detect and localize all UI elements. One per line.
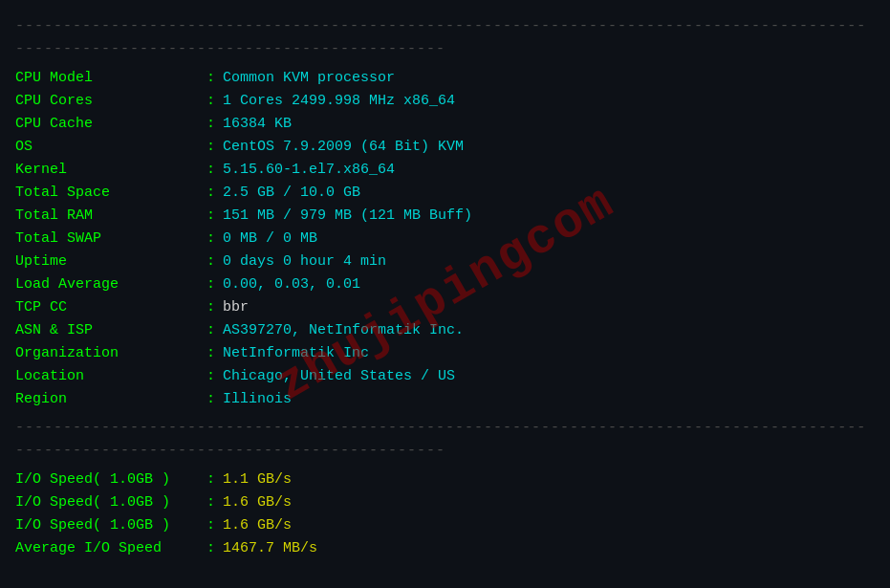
row-value: CentOS 7.9.2009 (64 Bit) KVM (223, 136, 464, 159)
row-label: Load Average (15, 273, 206, 296)
io-row-label: I/O Speed( 1.0GB ) (15, 514, 206, 537)
info-row: Uptime: 0 days 0 hour 4 min (15, 250, 875, 273)
row-label: Total SWAP (15, 228, 206, 250)
row-label: Organization (15, 342, 206, 365)
row-value: NetInformatik Inc (223, 342, 369, 365)
row-label: Total Space (15, 182, 206, 205)
row-separator: : (206, 159, 215, 182)
row-separator: : (206, 205, 215, 228)
system-info-section: CPU Model: Common KVM processorCPU Cores… (15, 67, 875, 411)
info-row: Load Average: 0.00, 0.03, 0.01 (15, 273, 875, 296)
row-label: CPU Cache (15, 113, 206, 136)
info-row: CPU Cache: 16384 KB (15, 113, 875, 136)
row-separator: : (206, 273, 215, 296)
top-divider: ----------------------------------------… (15, 15, 875, 61)
row-separator: : (206, 136, 215, 159)
row-label: Total RAM (15, 205, 206, 228)
io-row-value: 1467.7 MB/s (223, 537, 317, 560)
row-value: 151 MB / 979 MB (121 MB Buff) (223, 205, 472, 228)
io-row-label: Average I/O Speed (15, 537, 206, 560)
io-row: I/O Speed( 1.0GB ): 1.1 GB/s (15, 468, 875, 491)
row-value: 0 days 0 hour 4 min (223, 250, 386, 273)
row-separator: : (206, 365, 215, 388)
row-value: bbr (223, 296, 249, 319)
row-label: OS (15, 136, 206, 159)
io-row-separator: : (206, 468, 215, 491)
row-separator: : (206, 67, 215, 90)
info-row: Region: Illinois (15, 388, 875, 411)
row-label: ASN & ISP (15, 319, 206, 342)
row-value: Illinois (223, 388, 292, 411)
info-row: Location: Chicago, United States / US (15, 365, 875, 388)
row-separator: : (206, 250, 215, 273)
row-value: 1 Cores 2499.998 MHz x86_64 (223, 90, 455, 113)
row-value: Common KVM processor (223, 67, 395, 90)
io-row-separator: : (206, 537, 215, 560)
io-row-separator: : (206, 514, 215, 537)
row-label: CPU Cores (15, 90, 206, 113)
row-value: 0 MB / 0 MB (223, 228, 317, 250)
io-row-separator: : (206, 491, 215, 514)
row-label: CPU Model (15, 67, 206, 90)
io-row-value: 1.6 GB/s (223, 514, 292, 537)
io-speed-section: I/O Speed( 1.0GB ): 1.1 GB/sI/O Speed( 1… (15, 468, 875, 560)
row-value: 0.00, 0.03, 0.01 (223, 273, 360, 296)
row-separator: : (206, 388, 215, 411)
row-separator: : (206, 90, 215, 113)
row-value: 2.5 GB / 10.0 GB (223, 182, 360, 205)
row-value: 5.15.60-1.el7.x86_64 (223, 159, 395, 182)
row-label: Uptime (15, 250, 206, 273)
info-row: Total SWAP: 0 MB / 0 MB (15, 228, 875, 250)
io-row: I/O Speed( 1.0GB ): 1.6 GB/s (15, 514, 875, 537)
io-row-value: 1.6 GB/s (223, 491, 292, 514)
info-row: Organization: NetInformatik Inc (15, 342, 875, 365)
info-row: ASN & ISP: AS397270, NetInformatik Inc. (15, 319, 875, 342)
io-row-label: I/O Speed( 1.0GB ) (15, 468, 206, 491)
row-separator: : (206, 319, 215, 342)
row-separator: : (206, 296, 215, 319)
info-row: TCP CC: bbr (15, 296, 875, 319)
info-row: CPU Cores: 1 Cores 2499.998 MHz x86_64 (15, 90, 875, 113)
io-row: I/O Speed( 1.0GB ): 1.6 GB/s (15, 491, 875, 514)
middle-divider: ----------------------------------------… (15, 417, 875, 463)
io-row-value: 1.1 GB/s (223, 468, 292, 491)
row-separator: : (206, 182, 215, 205)
io-row-label: I/O Speed( 1.0GB ) (15, 491, 206, 514)
info-row: Total Space: 2.5 GB / 10.0 GB (15, 182, 875, 205)
info-row: Total RAM: 151 MB / 979 MB (121 MB Buff) (15, 205, 875, 228)
row-separator: : (206, 113, 215, 136)
info-row: Kernel: 5.15.60-1.el7.x86_64 (15, 159, 875, 182)
row-value: Chicago, United States / US (223, 365, 455, 388)
row-separator: : (206, 228, 215, 250)
io-row: Average I/O Speed: 1467.7 MB/s (15, 537, 875, 560)
info-row: CPU Model: Common KVM processor (15, 67, 875, 90)
info-row: OS: CentOS 7.9.2009 (64 Bit) KVM (15, 136, 875, 159)
row-label: Kernel (15, 159, 206, 182)
row-label: TCP CC (15, 296, 206, 319)
row-value: AS397270, NetInformatik Inc. (223, 319, 464, 342)
row-label: Location (15, 365, 206, 388)
row-label: Region (15, 388, 206, 411)
row-value: 16384 KB (223, 113, 292, 136)
row-separator: : (206, 342, 215, 365)
